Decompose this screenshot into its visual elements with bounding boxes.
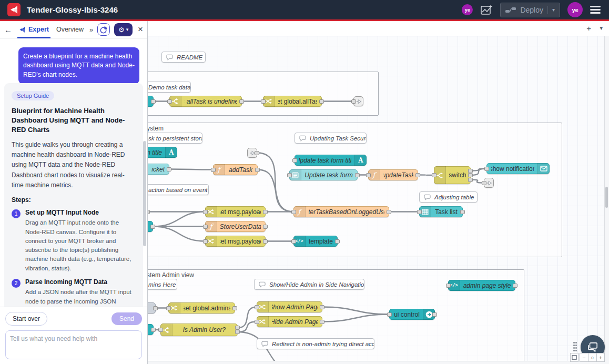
node-isadmin[interactable]: Is Admin User? xyxy=(160,323,238,336)
canvas-vscrollbar-thumb[interactable] xyxy=(605,187,608,208)
input-port[interactable] xyxy=(484,167,489,171)
output-port[interactable] xyxy=(232,306,237,310)
chat-scroll-area[interactable]: Create a blueprint for a machine health … xyxy=(0,38,147,307)
output-port[interactable] xyxy=(415,173,420,177)
start-over-button[interactable]: Start over xyxy=(5,312,47,326)
input-port[interactable] xyxy=(291,210,296,214)
output-port[interactable] xyxy=(151,99,156,104)
output-port[interactable] xyxy=(263,225,268,229)
node-stub-g3b[interactable] xyxy=(148,324,154,335)
output-port[interactable] xyxy=(335,239,340,244)
node-mtitle[interactable]: Am title xyxy=(148,147,177,158)
comment-node[interactable]: Updating Task Securely xyxy=(295,133,367,144)
deploy-caret-icon[interactable]: ▾ xyxy=(552,7,555,13)
output-port[interactable] xyxy=(320,305,324,309)
tab-overview[interactable]: Overview xyxy=(55,21,85,38)
output-port[interactable] xyxy=(355,173,360,177)
output-port[interactable] xyxy=(460,210,465,214)
node-linkout-1[interactable] xyxy=(353,96,363,106)
comment-node[interactable]: README xyxy=(161,52,206,63)
output-port[interactable] xyxy=(263,210,268,214)
output-port[interactable] xyxy=(151,328,156,332)
output-port[interactable] xyxy=(263,239,268,244)
output-port[interactable] xyxy=(255,168,260,172)
input-port[interactable] xyxy=(203,239,208,244)
input-port[interactable] xyxy=(211,168,216,172)
node-adminstyle[interactable]: </>admin page style xyxy=(448,280,515,291)
output-port[interactable] xyxy=(167,167,171,171)
output-port[interactable] xyxy=(255,151,259,155)
output-port[interactable] xyxy=(239,99,244,104)
zoom-in-button[interactable]: + xyxy=(596,353,605,362)
node-stub-g2b[interactable] xyxy=(148,221,153,232)
node-shownotif[interactable]: show notification xyxy=(486,163,550,174)
input-port[interactable] xyxy=(482,181,486,185)
node-is-alltask[interactable]: Is allTask is undefined xyxy=(169,96,242,107)
canvas-vscrollbar[interactable] xyxy=(604,36,609,364)
node-addtask[interactable]: ƒaddTask xyxy=(213,164,258,175)
comment-node[interactable]: Adjusting table xyxy=(419,191,478,203)
input-port[interactable] xyxy=(417,210,422,214)
node-linkin-1[interactable] xyxy=(247,148,257,158)
output-port[interactable] xyxy=(153,306,158,310)
canvas-hscrollbar[interactable] xyxy=(148,361,605,364)
more-tabs-icon[interactable]: » xyxy=(89,26,93,34)
comment-node[interactable]: Demo task data xyxy=(148,82,191,93)
node-tasklist[interactable]: Task list xyxy=(419,206,463,217)
flow-canvas[interactable]: ystemstem Admin viewREADMEDemo task data… xyxy=(148,36,605,364)
comment-node[interactable]: sk to persistent storage xyxy=(148,133,202,144)
fit-view-button[interactable] xyxy=(570,353,578,362)
comment-node[interactable]: action based on event xyxy=(148,184,209,195)
pie-chart-button[interactable] xyxy=(97,23,110,36)
output-port[interactable] xyxy=(432,312,437,317)
node-ticket[interactable]: icket xyxy=(148,164,169,175)
node-updatetask[interactable]: ƒupdateTask xyxy=(368,169,418,180)
input-port[interactable] xyxy=(351,99,356,104)
input-port[interactable] xyxy=(167,99,172,104)
input-port[interactable] xyxy=(432,173,437,177)
node-linkout-2[interactable] xyxy=(484,178,494,188)
output-port[interactable] xyxy=(235,330,240,334)
input-port[interactable] xyxy=(287,173,292,177)
node-updform[interactable]: Update task form xyxy=(289,169,358,180)
input-port[interactable] xyxy=(255,320,259,324)
output-port[interactable] xyxy=(468,173,473,177)
node-updtitle[interactable]: AUpdate task form title xyxy=(295,155,367,166)
comment-node[interactable]: Redirect is non-admin trying direct acce… xyxy=(257,338,374,349)
output-port[interactable] xyxy=(387,210,391,214)
output-port[interactable] xyxy=(468,169,473,173)
user-avatar[interactable]: ye xyxy=(567,2,583,17)
deploy-button[interactable]: Deploy ▾ xyxy=(500,3,560,17)
output-port[interactable] xyxy=(513,284,517,288)
input-port[interactable] xyxy=(166,306,171,310)
close-panel-icon[interactable]: × xyxy=(138,24,143,35)
settings-dropdown-button[interactable]: ⚙▾ xyxy=(114,23,133,36)
zoom-reset-button[interactable]: ○ xyxy=(588,353,596,362)
main-menu-icon[interactable] xyxy=(590,6,601,14)
input-port[interactable] xyxy=(261,99,266,104)
node-template[interactable]: </>template xyxy=(293,236,338,247)
input-port[interactable] xyxy=(292,158,297,163)
ai-flow-icon[interactable] xyxy=(480,4,493,16)
flow-list-caret-icon[interactable]: ▾ xyxy=(600,25,603,32)
node-setmsg2[interactable]: set msg.payload xyxy=(205,236,266,247)
flow-group[interactable] xyxy=(148,72,379,116)
output-port[interactable] xyxy=(150,225,155,229)
add-flow-icon[interactable]: + xyxy=(586,24,591,33)
node-showadmin[interactable]: Show Admin Page xyxy=(257,301,322,312)
send-button[interactable]: Send xyxy=(111,312,142,325)
input-port[interactable] xyxy=(446,284,451,288)
fab-drag-handle[interactable] xyxy=(573,342,577,352)
input-port[interactable] xyxy=(158,328,163,332)
input-port[interactable] xyxy=(255,305,259,309)
output-port[interactable] xyxy=(468,178,473,182)
node-uicontrol[interactable]: ui control xyxy=(389,309,435,320)
comment-node[interactable]: Show/Hide Admin in Side Navigation xyxy=(254,279,364,290)
output-port[interactable] xyxy=(235,326,240,330)
output-port[interactable] xyxy=(320,320,324,324)
node-filter[interactable]: ƒfilterTaskBasedOnLoggedUser xyxy=(293,206,389,217)
node-set-alltask[interactable]: set global.allTask xyxy=(263,96,322,107)
output-port[interactable] xyxy=(319,99,324,104)
input-port[interactable] xyxy=(366,173,371,177)
node-stub-g3a[interactable] xyxy=(148,302,156,314)
